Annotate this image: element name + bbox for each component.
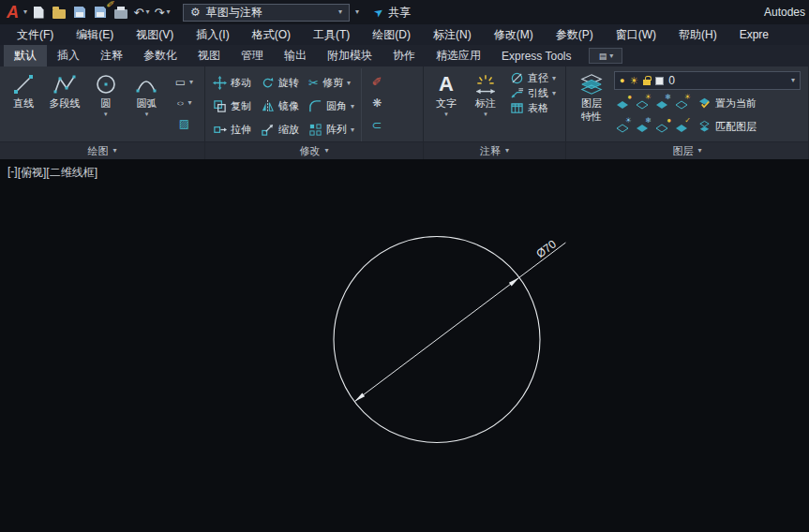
circle-button[interactable]: 圆 ▾ [85,68,126,141]
autocad-logo[interactable]: A [4,0,22,24]
workspace-selector[interactable]: ⚙ 草图与注释 ▾ [183,4,350,22]
ribbon-display-toggle[interactable]: ▤ ▾ [589,48,622,64]
tab-addins[interactable]: 附加模块 [317,45,382,66]
trim-caret-icon[interactable]: ▾ [347,80,351,87]
tab-output[interactable]: 输出 [274,45,317,66]
menu-edit[interactable]: 编辑(E) [65,24,125,45]
dimension-caret-icon[interactable]: ▾ [484,111,487,117]
redo-button[interactable]: ↷▾ [153,3,172,22]
layer-tool-icon[interactable]: ☀ [634,96,651,111]
move-button[interactable]: 移动 [209,71,255,95]
menu-insert[interactable]: 插入(I) [185,24,240,45]
menu-window[interactable]: 窗口(W) [605,24,667,45]
leader-button[interactable]: 引线 ▾ [506,86,560,100]
layer-tool-icon[interactable]: ❄ [634,119,651,135]
save-button[interactable] [70,3,89,22]
arc-caret-icon[interactable]: ▾ [145,111,149,117]
array-caret-icon[interactable]: ▾ [351,126,354,134]
undo-caret-icon[interactable]: ▾ [145,8,149,16]
diameter-dim-button[interactable]: 直径 ▾ [506,71,560,85]
line-button[interactable]: 直线 [4,68,44,141]
explode-button[interactable]: ❋ [367,96,386,111]
qat-customize-caret-icon[interactable]: ▾ [352,8,363,16]
share-button[interactable]: ➤ 共享 [374,5,411,21]
open-button[interactable] [50,3,68,22]
layer-tool-icon[interactable]: ● [653,119,670,135]
menu-file[interactable]: 文件(F) [6,24,65,45]
match-layer-button[interactable]: 匹配图层 [697,120,757,134]
panel-draw-footer[interactable]: 绘图 ▾ [0,141,204,159]
layer-dropdown[interactable]: ● ☀ 0 ▾ [614,71,801,90]
new-file-button[interactable] [29,3,48,22]
panel-layers-caret-icon: ▾ [697,147,701,155]
plot-button[interactable] [112,3,130,22]
hatch-button[interactable]: ▨ [168,115,201,132]
tab-home[interactable]: 默认 [4,45,47,66]
menu-help[interactable]: 帮助(H) [667,24,728,45]
dimension-text[interactable]: Ø70 [533,237,559,260]
save-as-button[interactable]: ✐ [91,3,110,22]
menu-dimension[interactable]: 标注(N) [422,24,483,45]
layer-tool-icon[interactable]: ✓ [673,119,690,135]
tab-insert[interactable]: 插入 [47,45,90,66]
erase-button[interactable]: ✐ [367,74,386,89]
make-current-button[interactable]: 置为当前 [697,96,757,111]
array-button[interactable]: 阵列 ▾ [305,118,358,141]
layer-tool-icon[interactable]: ● [614,96,631,111]
arc-button[interactable]: 圆弧 ▾ [127,68,167,141]
layer-tool-icon[interactable]: ❄ [653,96,670,111]
undo-button[interactable]: ↶▾ [132,3,151,22]
redo-caret-icon[interactable]: ▾ [166,8,170,16]
leader-caret-icon[interactable]: ▾ [552,90,556,97]
rotate-button[interactable]: 旋转 [257,71,303,95]
tab-featured-apps[interactable]: 精选应用 [426,45,491,66]
layer-tool-icon[interactable]: ☀ [673,96,690,111]
tab-manage[interactable]: 管理 [231,45,274,66]
text-caret-icon[interactable]: ▾ [444,111,448,117]
polyline-button[interactable]: 多段线 [45,68,85,141]
ellipse-button[interactable]: ○▾ [168,95,201,111]
tab-view[interactable]: 视图 [187,45,231,66]
stretch-button[interactable]: 拉伸 [209,118,255,141]
text-button[interactable]: A 文字 ▾ [427,68,465,141]
panel-layers-footer[interactable]: 图层 ▾ [566,141,808,159]
scale-label: 缩放 [278,123,299,137]
tab-express-tools[interactable]: Express Tools [491,45,581,66]
menu-draw[interactable]: 绘图(D) [361,24,422,45]
viewport-menu-control[interactable]: [-] [7,165,18,181]
diameter-dimension-line[interactable] [354,243,565,402]
tab-collaborate[interactable]: 协作 [382,45,426,66]
viewport-view-control[interactable]: [俯视] [18,165,47,181]
drawing-viewport[interactable]: Ø70 [0,159,809,532]
menu-format[interactable]: 格式(O) [241,24,302,45]
menu-tools[interactable]: 工具(T) [302,24,361,45]
diameter-caret-icon[interactable]: ▾ [552,75,556,82]
menu-parametric[interactable]: 参数(P) [545,24,605,45]
circle-caret-icon[interactable]: ▾ [104,111,108,117]
menu-modify[interactable]: 修改(M) [483,24,545,45]
fillet-button[interactable]: 圆角 ▾ [305,95,358,118]
table-label: 表格 [528,101,548,115]
layer-lock-icon [643,80,651,85]
tab-annotate[interactable]: 注释 [90,45,133,66]
app-menu-caret-icon[interactable]: ▾ [23,8,27,16]
panel-annotate-footer[interactable]: 注释 ▾ [424,141,565,159]
dimension-button[interactable]: 标注 ▾ [466,68,505,141]
viewport-visual-style-control[interactable]: [二维线框] [46,165,97,181]
scale-button[interactable]: 缩放 [257,118,303,141]
tab-parametric[interactable]: 参数化 [133,45,187,66]
menu-view[interactable]: 视图(V) [125,24,185,45]
layer-properties-button[interactable]: 图层 特性 [570,68,613,141]
menu-express[interactable]: Expre [728,24,780,45]
copy-button[interactable]: 复制 [209,95,255,118]
join-button[interactable]: ⊂ [367,117,386,132]
panel-modify-footer[interactable]: 修改 ▾ [205,141,423,159]
table-button[interactable]: 表格 [506,101,560,115]
mirror-button[interactable]: 镜像 [257,95,303,118]
layer-on-bulb-icon: ● [620,77,624,85]
trim-button[interactable]: ✂ 修剪 ▾ [305,71,358,95]
rectangle-button[interactable]: ▭▾ [168,74,201,91]
model-space-canvas[interactable]: [-] [俯视] [二维线框] Ø70 [0,159,809,532]
fillet-caret-icon[interactable]: ▾ [351,103,354,111]
layer-tool-icon[interactable]: ☀ [614,119,631,135]
